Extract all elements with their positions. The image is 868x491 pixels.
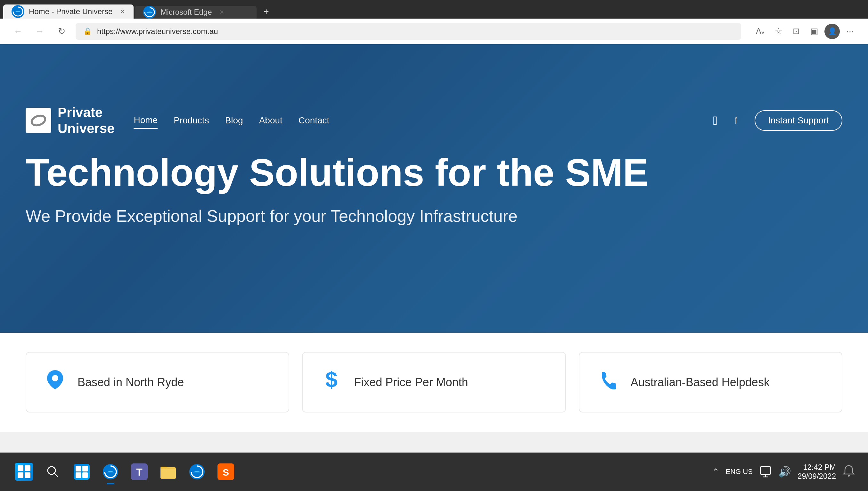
feature-text-helpdesk: Australian-Based Helpdesk xyxy=(631,376,770,389)
taskbar-edge-button[interactable] xyxy=(99,461,122,483)
feature-card-location: Based in North Ryde xyxy=(26,352,289,412)
nav-home[interactable]: Home xyxy=(133,113,158,129)
nav-blog[interactable]: Blog xyxy=(225,113,243,128)
phone-icon xyxy=(599,369,618,396)
tab-close-button[interactable]: ✕ xyxy=(119,8,126,15)
inactive-tab[interactable]: Microsoft Edge ✕ xyxy=(135,6,256,19)
toolbar-icons: Aᵥ ☆ ⊡ ▣ 👤 ··· xyxy=(753,24,858,39)
svg-line-8 xyxy=(55,473,58,477)
tab-title: Home - Private Universe xyxy=(29,7,113,16)
features-section: Based in North Ryde $ Fixed Price Per Mo… xyxy=(0,333,868,432)
svg-text:$: $ xyxy=(326,369,338,391)
logo-icon xyxy=(26,108,51,133)
url-text: https://www.privateuniverse.com.au xyxy=(97,27,218,36)
feature-card-price: $ Fixed Price Per Month xyxy=(302,352,566,412)
svg-point-7 xyxy=(48,467,55,474)
tab-bar: Home - Private Universe ✕ Microsoft Edge… xyxy=(0,0,868,19)
svg-point-2 xyxy=(30,114,47,127)
dollar-icon: $ xyxy=(322,369,341,396)
taskbar-search-button[interactable] xyxy=(42,461,64,483)
taskbar: T S ⌃ ENG US 🔊 xyxy=(0,453,868,491)
svg-point-21 xyxy=(848,475,850,476)
nav-about[interactable]: About xyxy=(259,113,282,128)
nav-right:  f Instant Support xyxy=(713,110,842,131)
hero-content: Technology Solutions for the SME We Prov… xyxy=(26,151,842,226)
taskbar-teams-button[interactable]: T xyxy=(128,461,151,483)
new-tab-button[interactable]: + xyxy=(259,4,273,19)
hero-title: Technology Solutions for the SME xyxy=(26,151,842,194)
locale-indicator: ENG US xyxy=(726,468,753,476)
wallet-button[interactable]: ▣ xyxy=(806,24,822,39)
notification-icon[interactable] xyxy=(842,464,855,480)
svg-text:T: T xyxy=(136,466,143,478)
instant-support-button[interactable]: Instant Support xyxy=(755,110,842,131)
location-icon xyxy=(45,369,65,396)
svg-point-5 xyxy=(52,375,58,381)
inactive-tab-title: Microsoft Edge xyxy=(160,8,212,17)
website-content: Private Universe Home Products Blog Abou… xyxy=(0,44,868,432)
read-aloud-button[interactable]: Aᵥ xyxy=(753,24,768,39)
url-bar[interactable]: 🔒 https://www.privateuniverse.com.au xyxy=(75,23,741,40)
nav-contact[interactable]: Contact xyxy=(299,113,330,128)
taskbar-widgets[interactable] xyxy=(70,461,93,483)
nav-products[interactable]: Products xyxy=(174,113,209,128)
hero-section: Private Universe Home Products Blog Abou… xyxy=(0,44,868,333)
logo-text: Private Universe xyxy=(58,105,114,137)
nav-links: Home Products Blog About Contact xyxy=(133,113,713,129)
browser-frame: Home - Private Universe ✕ Microsoft Edge… xyxy=(0,0,868,44)
taskbar-file-explorer-button[interactable] xyxy=(157,461,179,483)
forward-button[interactable]: → xyxy=(32,24,48,39)
taskbar-store-button[interactable]: S xyxy=(215,461,237,483)
facebook-icon-svg[interactable]: f xyxy=(730,115,742,126)
taskbar-edge2-button[interactable] xyxy=(186,461,208,483)
volume-icon[interactable]: 🔊 xyxy=(778,466,791,478)
hero-subtitle: We Provide Exceptional Support for your … xyxy=(26,206,842,226)
svg-text:f: f xyxy=(735,115,738,126)
back-button[interactable]: ← xyxy=(10,24,26,39)
favorites-icon[interactable]: ☆ xyxy=(771,24,786,39)
more-options-button[interactable]: ··· xyxy=(842,24,858,39)
svg-text:S: S xyxy=(223,467,229,478)
site-navigation: Private Universe Home Products Blog Abou… xyxy=(0,88,868,152)
taskbar-time[interactable]: 12:42 PM 29/09/2022 xyxy=(798,463,836,481)
svg-rect-18 xyxy=(761,467,771,474)
edge-favicon-2 xyxy=(143,5,157,19)
collections-button[interactable]: ⊡ xyxy=(788,24,804,39)
refresh-button[interactable]: ↻ xyxy=(54,24,69,39)
taskbar-up-arrow[interactable]: ⌃ xyxy=(712,467,719,477)
security-icon: 🔒 xyxy=(83,27,92,35)
svg-rect-14 xyxy=(160,468,176,478)
monitor-icon[interactable] xyxy=(759,465,772,478)
logo-svg xyxy=(29,111,48,130)
logo-area[interactable]: Private Universe xyxy=(26,105,114,137)
facebook-icon[interactable]:  xyxy=(713,114,717,127)
edge-favicon xyxy=(11,4,25,19)
tab-close-button-2[interactable]: ✕ xyxy=(218,9,225,16)
feature-card-helpdesk: Australian-Based Helpdesk xyxy=(579,352,842,412)
feature-text-price: Fixed Price Per Month xyxy=(354,376,468,389)
taskbar-right: ⌃ ENG US 🔊 12:42 PM 29/09/2022 xyxy=(712,463,855,481)
feature-text-location: Based in North Ryde xyxy=(78,376,184,389)
start-button[interactable] xyxy=(13,461,35,483)
address-bar: ← → ↻ 🔒 https://www.privateuniverse.com.… xyxy=(0,19,868,44)
active-tab[interactable]: Home - Private Universe ✕ xyxy=(3,4,133,19)
profile-button[interactable]: 👤 xyxy=(825,24,840,39)
